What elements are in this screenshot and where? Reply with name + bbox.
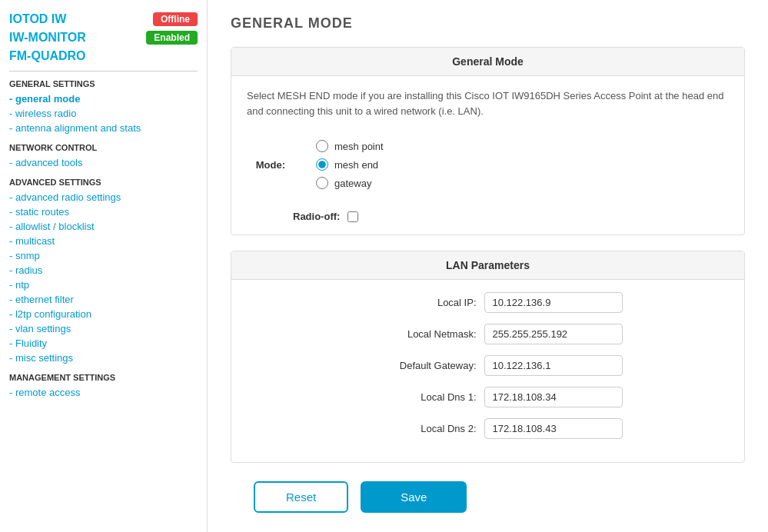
sidebar-link-radius[interactable]: - radius (9, 263, 198, 278)
sidebar-divider (9, 71, 198, 71)
lan-form-row: Local IP: (247, 292, 729, 313)
lan-form-row: Local Netmask: (247, 324, 729, 344)
mode-label-gateway: gateway (334, 178, 371, 189)
sidebar-section-label: ADVANCED SETTINGS (9, 178, 198, 187)
mode-label: Mode: (247, 159, 285, 171)
mode-row: Mode: mesh point mesh end (247, 131, 729, 198)
lan-card-header: LAN Parameters (231, 251, 744, 280)
lan-card-body: Local IP:Local Netmask:Default Gateway:L… (231, 280, 744, 462)
status-badge-offline: Offline (153, 12, 198, 26)
status-badge-enabled: Enabled (146, 31, 198, 45)
mode-option-gateway[interactable]: gateway (316, 177, 384, 189)
sidebar-device-link-fm-quadro[interactable]: FM-QUADRO (9, 49, 86, 63)
sidebar-link-wireless-radio[interactable]: - wireless radio (9, 106, 198, 121)
local-dns1-input[interactable] (484, 387, 623, 407)
form-label: Local Netmask: (354, 328, 477, 340)
form-label: Local Dns 1: (354, 391, 477, 403)
sidebar-link-l2tp-configuration[interactable]: - l2tp configuration (9, 307, 198, 321)
sidebar-link-ethernet-filter[interactable]: - ethernet filter (9, 292, 198, 307)
default-gateway-input[interactable] (484, 355, 623, 376)
sidebar-link-general-mode[interactable]: - general mode (9, 91, 198, 106)
radio-off-label: Radio-off: (293, 211, 340, 222)
lan-parameters-card: LAN Parameters Local IP:Local Netmask:De… (231, 251, 745, 463)
sidebar-link-advanced-radio-settings[interactable]: - advanced radio settings (9, 190, 198, 204)
sidebar-device-row: FM-QUADRO (9, 49, 198, 63)
general-mode-card: General Mode Select MESH END mode if you… (231, 47, 745, 235)
lan-form-row: Local Dns 1: (247, 387, 729, 407)
sidebar-section-label: NETWORK CONTROL (9, 143, 198, 152)
sidebar-link-ntp[interactable]: - ntp (9, 278, 198, 292)
sidebar-link-static-routes[interactable]: - static routes (9, 204, 198, 219)
mode-label-mesh-point: mesh point (334, 141, 384, 152)
radio-mesh-point[interactable] (316, 140, 328, 152)
sidebar-link-fluidity[interactable]: - Fluidity (9, 336, 198, 351)
local-ip-input[interactable] (484, 292, 623, 313)
form-label: Local IP: (354, 297, 477, 308)
sidebar-link-advanced-tools[interactable]: - advanced tools (9, 155, 198, 170)
sidebar-link-misc-settings[interactable]: - misc settings (9, 351, 198, 365)
mode-option-mesh-end[interactable]: mesh end (316, 158, 384, 171)
radio-gateway[interactable] (316, 177, 328, 189)
general-mode-card-body: Select MESH END mode if you are installi… (231, 76, 744, 234)
mode-option-mesh-point[interactable]: mesh point (316, 140, 384, 152)
sidebar-link-multicast[interactable]: - multicast (9, 234, 198, 248)
sidebar-device-row: IOTOD IWOffline (9, 12, 198, 26)
radio-off-row: Radio-off: (247, 211, 729, 222)
radio-mesh-end[interactable] (316, 158, 328, 171)
sidebar-section-label: GENERAL SETTINGS (9, 79, 198, 88)
page-title: GENERAL MODE (231, 15, 745, 32)
sidebar-device-link-iotod-iw[interactable]: IOTOD IW (9, 12, 66, 26)
general-mode-card-header: General Mode (231, 48, 744, 76)
general-mode-description: Select MESH END mode if you are installi… (247, 88, 729, 118)
sidebar-link-antenna-alignment-and-stats[interactable]: - antenna alignment and stats (9, 121, 198, 135)
sidebar-link-snmp[interactable]: - snmp (9, 248, 198, 263)
sidebar-section-label: MANAGEMENT SETTINGS (9, 373, 198, 382)
local-dns2-input[interactable] (484, 418, 623, 439)
sidebar-device-row: IW-MONITOREnabled (9, 31, 198, 45)
sidebar-device-link-iw-monitor[interactable]: IW-MONITOR (9, 31, 86, 45)
mode-radio-group: mesh point mesh end gateway (316, 140, 384, 189)
reset-button[interactable]: Reset (254, 481, 348, 513)
button-row: Reset Save (231, 481, 745, 513)
form-label: Default Gateway: (354, 360, 477, 371)
local-netmask-input[interactable] (484, 324, 623, 344)
sidebar-link-allowlist-blocklist[interactable]: - allowlist / blocklist (9, 219, 198, 234)
main-content: GENERAL MODE General Mode Select MESH EN… (208, 0, 768, 532)
lan-form-row: Local Dns 2: (247, 418, 729, 439)
mode-label-mesh-end: mesh end (334, 159, 378, 171)
radio-off-checkbox[interactable] (347, 211, 358, 222)
form-label: Local Dns 2: (354, 423, 477, 434)
save-button[interactable]: Save (361, 481, 467, 513)
sidebar: IOTOD IWOfflineIW-MONITOREnabledFM-QUADR… (0, 0, 208, 532)
sidebar-link-remote-access[interactable]: - remote access (9, 385, 198, 400)
lan-form-row: Default Gateway: (247, 355, 729, 376)
sidebar-link-vlan-settings[interactable]: - vlan settings (9, 321, 198, 336)
